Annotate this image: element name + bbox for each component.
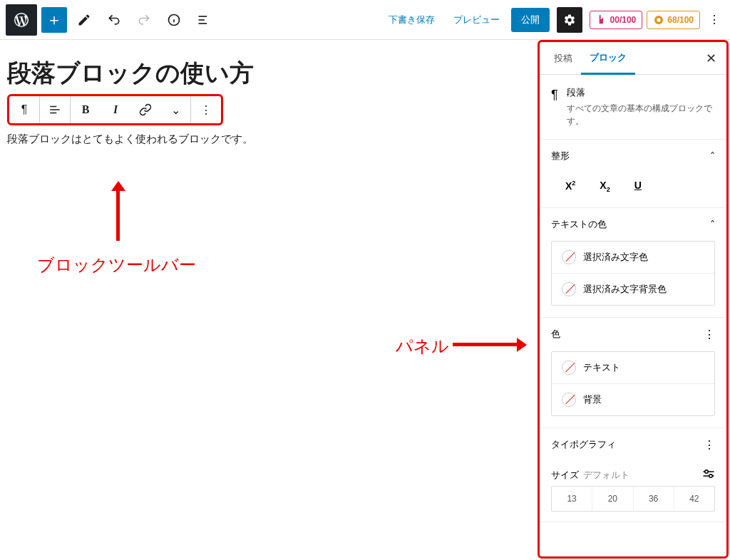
add-block-button[interactable]: ＋ [41,7,67,33]
tab-block[interactable]: ブロック [581,43,635,75]
panel-color-title: 色 [551,328,560,341]
text-fg-color-label: 選択済み文字色 [583,251,648,264]
underline-button[interactable]: U [634,180,642,193]
link-button[interactable] [130,96,160,123]
block-more-icon[interactable]: ⋮ [191,96,221,123]
panel-typography-header[interactable]: タイポグラフィ ⋮ [540,428,726,462]
outline-icon[interactable] [191,7,217,33]
svg-rect-3 [199,16,207,17]
swatch-icon [562,393,576,407]
paragraph-block[interactable]: 段落ブロックはとてもよく使われるブロックです。 [7,133,529,146]
panel-format-header[interactable]: 整形 ˄ [540,140,726,172]
chevron-down-icon[interactable]: ⌄ [160,96,190,123]
editor-canvas: 段落ブロックの使い方 ¶ B I ⌄ ⋮ 段落ブロックはとてもよく使われるブロッ… [0,40,536,560]
annotation-panel-label: パネル [396,335,449,358]
text-fg-color-row[interactable]: 選択済み文字色 [552,242,714,273]
chevron-up-icon: ˄ [710,150,715,162]
font-size-default: デフォルト [583,469,629,482]
svg-point-14 [709,475,713,478]
font-size-opt[interactable]: 36 [633,487,674,511]
panel-format: 整形 ˄ X2 X2 U [540,140,726,208]
seo-score-badge[interactable]: 00/100 [590,11,643,29]
post-title[interactable]: 段落ブロックの使い方 [7,57,529,90]
color-text-row[interactable]: テキスト [552,352,714,383]
font-size-row: サイズ デフォルト [540,462,726,486]
readability-score-badge[interactable]: 68/100 [647,11,700,29]
sidebar-tabs: 投稿 ブロック ✕ [540,42,726,75]
panel-typography-title: タイポグラフィ [551,438,616,451]
svg-rect-8 [50,106,56,108]
panel-typography: タイポグラフィ ⋮ サイズ デフォルト 13 20 36 42 [540,428,726,522]
color-background-label: 背景 [583,393,602,406]
panel-text-color-title: テキストの色 [551,218,607,231]
color-background-row[interactable]: 背景 [552,383,714,415]
editor-top-toolbar: ＋ 下書き保存 プレビュー 公開 00/100 68/100 ⋮ [0,0,730,40]
paragraph-block-icon[interactable]: ¶ [9,96,39,123]
font-size-opt[interactable]: 13 [552,487,592,511]
block-description: ¶ 段落 すべての文章の基本の構成ブロックです。 [540,75,726,140]
redo-icon [131,7,157,33]
preview-button[interactable]: プレビュー [446,14,507,26]
svg-rect-4 [199,19,205,21]
chevron-up-icon: ˄ [710,219,715,230]
wordpress-logo[interactable] [6,4,37,36]
paragraph-icon: ¶ [551,88,558,128]
more-icon[interactable]: ⋮ [704,328,715,341]
font-size-options: 13 20 36 42 [551,486,715,512]
more-menu-icon[interactable]: ⋮ [704,13,724,26]
svg-rect-5 [199,23,207,24]
subscript-button[interactable]: X2 [600,180,610,193]
svg-rect-9 [50,109,60,110]
annotation-arrow-toolbar [111,184,120,241]
text-bg-color-label: 選択済み文字背景色 [583,283,667,296]
panel-text-color: テキストの色 ˄ 選択済み文字色 選択済み文字背景色 [540,208,726,318]
panel-color: 色 ⋮ テキスト 背景 [540,318,726,428]
panel-format-title: 整形 [551,150,570,162]
more-icon[interactable]: ⋮ [704,438,715,452]
undo-icon[interactable] [101,7,127,33]
svg-point-12 [705,470,709,474]
swatch-icon [562,250,576,264]
readability-score-value: 68/100 [667,15,694,25]
italic-button[interactable]: I [101,96,130,123]
settings-gear-icon[interactable] [557,7,582,33]
block-toolbar: ¶ B I ⌄ ⋮ [7,94,223,125]
align-icon[interactable] [40,96,70,123]
font-size-opt[interactable]: 42 [674,487,714,511]
save-draft-button[interactable]: 下書き保存 [381,14,442,26]
close-icon[interactable]: ✕ [701,51,721,66]
font-size-opt[interactable]: 20 [592,487,632,511]
settings-sidebar: 投稿 ブロック ✕ ¶ 段落 すべての文章の基本の構成ブロックです。 整形 ˄ … [538,40,729,559]
publish-button[interactable]: 公開 [511,8,550,32]
swatch-icon [562,361,576,375]
settings-slider-icon[interactable] [702,469,715,482]
block-desc-text: すべての文章の基本の構成ブロックです。 [567,102,715,128]
superscript-button[interactable]: X2 [565,180,575,193]
font-size-label: サイズ [551,469,579,482]
panel-text-color-header[interactable]: テキストの色 ˄ [540,208,726,241]
tab-post[interactable]: 投稿 [545,42,581,74]
svg-rect-10 [50,113,56,114]
svg-point-7 [657,18,661,21]
swatch-icon [562,282,576,296]
block-name: 段落 [567,86,715,99]
bold-button[interactable]: B [71,96,101,123]
panel-color-header[interactable]: 色 ⋮ [540,318,726,351]
annotation-toolbar-label: ブロックツールバー [37,254,196,276]
seo-score-value: 00/100 [610,15,637,25]
edit-mode-icon[interactable] [71,7,97,33]
color-text-label: テキスト [583,361,620,374]
info-icon[interactable] [161,7,187,33]
text-bg-color-row[interactable]: 選択済み文字背景色 [552,273,714,305]
annotation-arrow-panel [453,343,524,346]
